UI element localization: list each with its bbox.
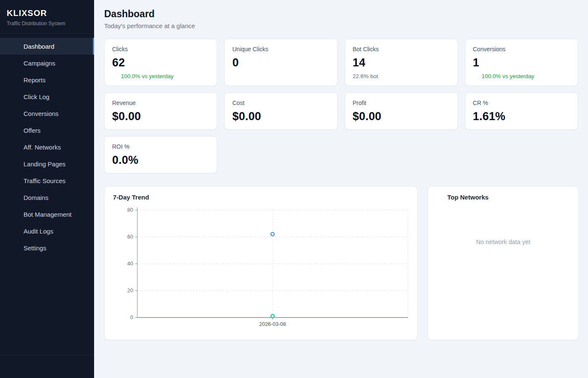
stat-card-header: Clicks — [112, 45, 209, 52]
page-subtitle: Today's performance at a glance — [104, 22, 578, 29]
stat-label: Cost — [232, 100, 244, 106]
building-icon — [436, 194, 444, 201]
building-icon — [496, 220, 510, 234]
sidebar-item-label: Aff. Networks — [24, 144, 61, 151]
stat-card-header: Unique Clicks — [232, 45, 329, 52]
stat-value: 0.0% — [112, 154, 209, 167]
stat-subtext: 22.6% bot — [353, 73, 450, 79]
stat-card-clicks: Clicks62100.0% vs yesterday — [104, 39, 217, 86]
stat-card-bot-clicks: Bot Clicks1422.6% bot — [345, 39, 458, 86]
stat-label: CR % — [473, 100, 488, 106]
sidebar-item-reports[interactable]: Reports — [0, 71, 94, 88]
mouse-pointer-click-icon — [323, 45, 330, 52]
stat-card-cost: Cost$0.00 — [224, 92, 337, 130]
arrow-right-left-icon — [563, 45, 570, 52]
trend-chart-title: 7-Day Trend — [113, 194, 409, 201]
percent-icon — [563, 99, 570, 106]
sidebar-item-traffic-sources[interactable]: Traffic Sources — [0, 172, 94, 189]
stat-label: Unique Clicks — [232, 46, 268, 52]
sidebar-item-aff-networks[interactable]: Aff. Networks — [0, 139, 94, 155]
stat-card-profit: Profit$0.00 — [345, 92, 458, 130]
sidebar-item-label: Audit Logs — [24, 228, 53, 235]
stat-card-header: Bot Clicks — [353, 45, 450, 52]
sidebar-item-label: Traffic Sources — [24, 177, 66, 184]
stat-value: 62 — [112, 56, 209, 69]
sidebar-item-bot-management[interactable]: Bot Management — [0, 206, 94, 223]
data-point-clicks[interactable] — [271, 233, 274, 236]
app-tagline: Traffic Distribution System — [7, 21, 87, 26]
y-axis-tick-label: 40 — [127, 261, 133, 267]
dollar-icon — [443, 99, 450, 106]
bug-icon — [10, 210, 18, 218]
building-icon — [436, 194, 444, 201]
top-networks-empty-state: No network data yet — [436, 220, 570, 245]
stat-value: $0.00 — [353, 110, 450, 123]
sidebar-item-conversions[interactable]: Conversions — [0, 105, 94, 122]
megaphone-icon — [10, 59, 18, 67]
tag-icon — [10, 126, 18, 134]
layout-dashboard-icon — [10, 42, 18, 50]
bot-icon — [443, 45, 450, 52]
top-networks-card: Top Networks No network data yet — [428, 186, 579, 340]
top-networks-title: Top Networks — [447, 194, 488, 201]
dollar-icon — [202, 99, 209, 106]
logout-button[interactable] — [75, 360, 87, 372]
app-logo-text: KLIXSOR — [7, 8, 87, 18]
trending-up-icon — [473, 73, 479, 79]
sidebar-item-audit-logs[interactable]: Audit Logs — [0, 223, 94, 239]
building-icon — [10, 143, 18, 151]
sidebar: KLIXSOR Traffic Distribution System Dash… — [0, 0, 94, 378]
sidebar-item-landing-pages[interactable]: Landing Pages — [0, 155, 94, 172]
stat-label: ROI % — [112, 143, 129, 150]
stat-delta-text: 100.0% vs yesterday — [482, 73, 534, 79]
sidebar-nav: DashboardCampaignsReportsClick LogConver… — [0, 34, 94, 355]
trending-up-icon — [112, 73, 118, 79]
stat-label: Revenue — [112, 100, 136, 106]
sidebar-item-label: Conversions — [24, 110, 58, 117]
stats-grid: Clicks62100.0% vs yesterdayUnique Clicks… — [104, 39, 578, 173]
stat-label: Profit — [353, 100, 367, 106]
sidebar-item-dashboard[interactable]: Dashboard — [0, 38, 94, 55]
stat-value: $0.00 — [232, 110, 329, 123]
stat-delta-text: 100.0% vs yesterday — [121, 73, 173, 79]
stat-label: Bot Clicks — [353, 46, 379, 52]
file-text-icon — [10, 76, 18, 84]
sidebar-item-click-log[interactable]: Click Log — [0, 88, 94, 105]
main-content: Dashboard Today's performance at a glanc… — [94, 0, 588, 378]
stat-card-header: Cost — [232, 99, 329, 106]
stat-card-roi-: ROI %0.0% — [104, 136, 217, 173]
stat-card-header: CR % — [473, 99, 570, 106]
sidebar-item-offers[interactable]: Offers — [0, 122, 94, 139]
sidebar-item-label: Dashboard — [24, 43, 54, 50]
sidebar-item-label: Reports — [24, 76, 46, 84]
sidebar-item-domains[interactable]: Domains — [0, 189, 94, 206]
sidebar-item-label: Offers — [24, 127, 41, 134]
mouse-pointer-click-icon — [10, 93, 18, 100]
sidebar-item-label: Landing Pages — [24, 160, 66, 168]
stat-card-header: Conversions — [473, 45, 570, 52]
data-point-conversions[interactable] — [271, 315, 274, 318]
trend-chart-card: 7-Day Trend 0204060802026-03-08 — [104, 186, 417, 340]
globe-icon — [10, 194, 18, 201]
trend-chart-svg: 0204060802026-03-08 — [113, 203, 409, 329]
stat-label: Clicks — [112, 46, 128, 52]
mouse-pointer-click-icon — [202, 45, 209, 52]
sidebar-footer — [0, 355, 94, 378]
y-axis-tick-label: 20 — [127, 288, 133, 294]
sidebar-item-label: Settings — [24, 244, 46, 252]
landmark-icon — [10, 160, 18, 168]
sidebar-item-label: Bot Management — [24, 211, 71, 218]
stat-delta: 100.0% vs yesterday — [473, 73, 570, 79]
stat-value: 0 — [232, 56, 329, 69]
dollar-icon — [323, 99, 330, 106]
sidebar-item-campaigns[interactable]: Campaigns — [0, 55, 94, 71]
brand: KLIXSOR Traffic Distribution System — [0, 0, 94, 34]
arrow-right-left-icon — [10, 110, 18, 117]
radio-icon — [10, 177, 18, 184]
stat-value: $0.00 — [112, 110, 209, 123]
sidebar-item-settings[interactable]: Settings — [0, 239, 94, 256]
page-title: Dashboard — [104, 8, 578, 20]
y-axis-tick-label: 60 — [127, 234, 133, 240]
stat-value: 1 — [473, 56, 570, 69]
stat-card-revenue: Revenue$0.00 — [104, 92, 217, 130]
